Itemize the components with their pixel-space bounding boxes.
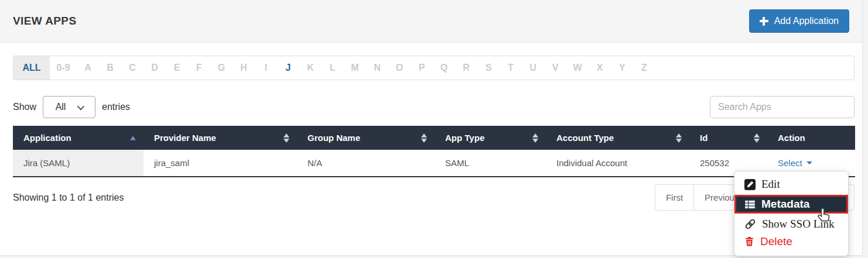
menu-item-metadata[interactable]: Metadata [734,195,848,214]
panel-header: VIEW APPS Add Application [0,0,862,43]
column-header-application[interactable]: Application [13,126,143,150]
column-label: Action [778,133,805,143]
column-label: Provider Name [154,133,216,143]
sort-both-icon [532,133,538,143]
caret-down-icon [807,161,812,164]
apps-table: ApplicationProvider NameGroup NameApp Ty… [13,126,855,177]
select-action-label: Select [778,158,802,168]
column-header-app-type[interactable]: App Type [435,126,546,150]
sort-both-icon [676,133,682,143]
alpha-filter-f[interactable]: F [188,56,210,80]
edit-icon [744,179,756,190]
pagination-first[interactable]: First [655,184,694,211]
alpha-filter-k[interactable]: K [299,56,322,80]
alpha-filter-m[interactable]: M [344,56,366,80]
column-header-id[interactable]: Id [689,126,767,150]
alpha-filter-z[interactable]: Z [633,56,655,80]
cell-provider-name: jira_saml [143,150,297,177]
table-controls: Show All entries [13,96,855,118]
alpha-filter-j[interactable]: J [277,56,299,80]
menu-item-edit[interactable]: Edit [734,176,848,193]
alpha-filter-q[interactable]: Q [433,56,455,80]
cell-app-type: SAML [435,150,546,177]
table-header-row: ApplicationProvider NameGroup NameApp Ty… [13,126,855,150]
column-header-provider-name[interactable]: Provider Name [143,126,297,150]
alpha-filter-h[interactable]: H [233,56,255,80]
menu-item-label: Edit [761,178,780,191]
metadata-icon [744,199,756,210]
column-label: App Type [445,133,484,143]
column-header-group-name[interactable]: Group Name [297,126,435,150]
menu-item-delete[interactable]: Delete [734,233,848,250]
chevron-down-icon [77,102,85,110]
alpha-filter-u[interactable]: U [522,56,544,80]
alpha-filter-v[interactable]: V [544,56,566,80]
menu-item-show-sso-link[interactable]: Show SSO Link [734,215,848,233]
action-dropdown-menu: EditMetadataShow SSO LinkDelete [734,171,849,256]
sort-both-icon [421,133,427,143]
alpha-filter-i[interactable]: I [255,56,277,80]
alpha-filter-p[interactable]: P [411,56,433,80]
alpha-filter-o[interactable]: O [388,56,411,80]
show-entries-control: Show All entries [13,96,130,118]
alpha-filter-y[interactable]: Y [611,56,633,80]
alpha-filter-x[interactable]: X [589,56,611,80]
column-header-action: Action [767,126,855,150]
menu-item-label: Metadata [761,198,809,211]
column-label: Application [23,133,71,143]
table-footer: Showing 1 to 1 of 1 entries FirstPreviou… [13,184,855,211]
delete-icon [744,236,754,247]
cell-group-name: N/A [297,150,435,177]
alpha-filter-w[interactable]: W [566,56,589,80]
add-application-button[interactable]: Add Application [749,9,849,33]
entries-label: entries [102,102,130,112]
alphabet-filter: ALL0-9ABCDEFGHIJKLMNOPQRSTUVWXYZ [13,56,855,80]
alpha-filter-r[interactable]: R [455,56,477,80]
sort-both-icon [283,133,289,143]
cell-application: Jira (SAML) [13,150,143,177]
entries-summary: Showing 1 to 1 of 1 entries [13,192,124,203]
show-label: Show [13,102,36,112]
search-input[interactable] [710,96,855,118]
alpha-filter-t[interactable]: T [500,56,522,80]
alpha-filter-c[interactable]: C [121,56,143,80]
cell-account-type: Individual Account [546,150,689,177]
alpha-filter-0-9[interactable]: 0-9 [50,56,77,80]
plus-icon [760,17,768,26]
add-application-label: Add Application [774,16,839,26]
alpha-filter-a[interactable]: A [77,56,99,80]
menu-item-label: Delete [760,235,792,248]
alpha-filter-all[interactable]: ALL [13,56,50,80]
column-label: Group Name [307,133,360,143]
alpha-filter-s[interactable]: S [477,56,500,80]
column-label: Id [700,133,708,143]
entries-select-value: All [56,102,66,112]
link-icon [744,218,756,230]
alpha-filter-g[interactable]: G [210,56,233,80]
entries-select[interactable]: All [43,96,95,118]
sort-asc-icon [130,136,136,140]
menu-item-label: Show SSO Link [762,218,835,231]
alpha-filter-n[interactable]: N [366,56,388,80]
alpha-filter-l[interactable]: L [322,56,344,80]
table-row: Jira (SAML)jira_samlN/ASAMLIndividual Ac… [13,150,855,177]
page-title: VIEW APPS [13,15,76,27]
alpha-filter-e[interactable]: E [166,56,188,80]
alpha-filter-b[interactable]: B [99,56,121,80]
alpha-filter-d[interactable]: D [143,56,166,80]
select-action-link[interactable]: Select [778,158,812,168]
sort-both-icon [754,133,760,143]
column-label: Account Type [556,133,614,143]
column-header-account-type[interactable]: Account Type [546,126,689,150]
